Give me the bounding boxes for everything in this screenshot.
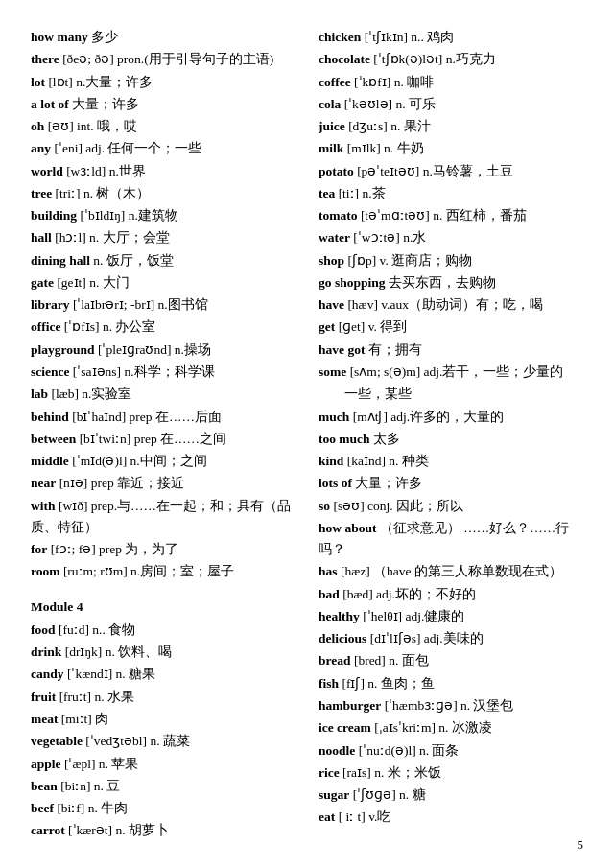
- entry-word: bad: [319, 587, 340, 601]
- entry-word: rice: [319, 765, 340, 780]
- vocabulary-entry: rice [raɪs] n. 米；米饭: [319, 762, 583, 784]
- entry-definition: [ˈeni] adj. 任何一个；一些: [51, 141, 201, 155]
- entry-definition: [nɪə] prep 靠近；接近: [56, 476, 184, 490]
- entry-definition: [dɪˈlɪʃəs] adj.美味的: [366, 631, 483, 645]
- vocabulary-entry: with [wɪð] prep.与……在一起；和；具有（品质、特征）: [31, 496, 295, 539]
- entry-definition: [dʒuːs] n. 果汁: [345, 119, 431, 133]
- entry-word: tomato: [319, 208, 358, 223]
- entry-definition: [bɪˈtwiːn] prep 在……之间: [76, 432, 226, 446]
- entry-definition: [bred] n. 面包: [351, 653, 429, 668]
- vocabulary-entry: fish [fɪʃ] n. 鱼肉；鱼: [319, 673, 583, 694]
- vocabulary-entry: drink [drɪŋk] n. 饮料、喝: [31, 642, 295, 663]
- entry-definition: [fuːd] n.. 食物: [56, 622, 136, 637]
- vocabulary-entry: chicken [ˈtʃɪkɪn] n.. 鸡肉: [319, 27, 583, 48]
- entry-definition: [biːf] n. 牛肉: [54, 801, 128, 815]
- entry-definition: [hæz] （have 的第三人称单数现在式）: [338, 564, 562, 578]
- entry-definition: [ iː t] v.吃: [335, 809, 390, 824]
- entry-definition: [geɪt] n. 大门: [54, 275, 130, 290]
- vocabulary-entry: hamburger [ˈhæmbɜːɡə] n. 汉堡包: [319, 695, 583, 716]
- vocabulary-entry: room [ruːm; rʊm] n.房间；室；屋子: [31, 561, 295, 582]
- vocabulary-entry: meat [miːt] 肉: [31, 709, 295, 730]
- entry-definition: [lɒt] n.大量；许多: [45, 75, 153, 89]
- entry-definition: [ˈwɔːtə] n.水: [350, 230, 426, 245]
- entry-definition: [fɪʃ] n. 鱼肉；鱼: [339, 676, 435, 691]
- vocabulary-entry: milk [mɪlk] n. 牛奶: [319, 138, 583, 159]
- entry-definition: [wɜːld] n.世界: [63, 164, 146, 178]
- module-heading: Module 4: [31, 597, 295, 618]
- entry-definition: [mɪlk] n. 牛奶: [343, 141, 423, 155]
- vocabulary-entry: bad [bæd] adj.坏的；不好的: [319, 584, 583, 605]
- entry-word: eat: [319, 809, 335, 824]
- entry-definition: [ˈtʃɒk(ə)lət] n.巧克力: [370, 52, 496, 66]
- entry-definition: [ˌaɪsˈkriːm] n. 冰激凌: [371, 720, 492, 735]
- entry-definition: [pəˈteɪtəʊ] n.马铃薯，土豆: [354, 164, 513, 178]
- entry-word: vegetable: [31, 734, 83, 748]
- entry-word: too much: [319, 432, 370, 446]
- entry-word: tree: [31, 186, 52, 200]
- entry-word: playground: [31, 342, 95, 357]
- entry-word: carrot: [31, 823, 65, 837]
- entry-definition: 大量；许多: [69, 97, 139, 111]
- entry-word: water: [319, 230, 350, 245]
- vocabulary-entry: hall [hɔːl] n. 大厅；会堂: [31, 227, 295, 248]
- entry-word: lot: [31, 75, 45, 89]
- entry-word: office: [31, 319, 60, 334]
- entry-word: drink: [31, 645, 61, 659]
- vocabulary-entry: shop [ʃɒp] v. 逛商店；购物: [319, 250, 583, 271]
- entry-word: sugar: [319, 787, 349, 802]
- entry-definition: [triː] n. 树（木）: [52, 186, 150, 200]
- entry-word: how many: [31, 30, 88, 44]
- entry-definition: [ˈtʃɪkɪn] n.. 鸡肉: [361, 30, 454, 44]
- vocabulary-entry: bread [bred] n. 面包: [319, 650, 583, 671]
- entry-definition: [ˈkəʊlə] n. 可乐: [341, 97, 436, 111]
- vocabulary-entry: lot [lɒt] n.大量；许多: [31, 72, 295, 93]
- entry-word: healthy: [319, 609, 360, 623]
- vocabulary-entry: candy [ˈkændɪ] n. 糖果: [31, 664, 295, 685]
- vocabulary-entry: behind [bɪˈhaɪnd] prep 在……后面: [31, 407, 295, 428]
- entry-word: how about: [319, 521, 376, 535]
- entry-word: chicken: [319, 30, 361, 44]
- entry-definition: [læb] n.实验室: [48, 387, 131, 401]
- centered-text: 一些，某些: [319, 384, 583, 405]
- vocabulary-entry: oh [əʊ] int. 哦，哎: [31, 116, 295, 137]
- entry-definition: [ˈkærət] n. 胡萝卜: [65, 823, 169, 837]
- entry-definition: [drɪŋk] n. 饮料、喝: [61, 645, 172, 659]
- entry-word: between: [31, 432, 76, 446]
- entry-definition: 有；拥有: [365, 342, 421, 357]
- vocabulary-entry: have [hæv] v.aux（助动词）有；吃，喝: [319, 294, 583, 316]
- entry-definition: [ʃɒp] v. 逛商店；购物: [344, 253, 472, 268]
- entry-word: with: [31, 499, 56, 513]
- vocabulary-entry: carrot [ˈkærət] n. 胡萝卜: [31, 820, 295, 841]
- vocabulary-entry: water [ˈwɔːtə] n.水: [319, 227, 583, 248]
- vocabulary-entry: any [ˈeni] adj. 任何一个；一些: [31, 138, 295, 159]
- entry-word: lab: [31, 387, 48, 401]
- entry-word: fish: [319, 676, 339, 691]
- entry-word: building: [31, 208, 77, 223]
- entry-word: bean: [31, 779, 58, 793]
- entry-word: gate: [31, 275, 54, 290]
- entry-definition: [wɪð] prep.与……在一起；和；具有（品质、特征）: [31, 499, 291, 534]
- entry-definition: [hæv] v.aux（助动词）有；吃，喝: [344, 297, 543, 312]
- vocabulary-entry: world [wɜːld] n.世界: [31, 161, 295, 182]
- entry-definition: [hɔːl] n. 大厅；会堂: [52, 230, 170, 245]
- entry-word: delicious: [319, 631, 366, 645]
- entry-word: world: [31, 164, 63, 178]
- entry-word: bread: [319, 653, 351, 668]
- entry-definition: [ˈhelθɪ] adj.健康的: [360, 609, 465, 623]
- entry-word: ice cream: [319, 720, 371, 735]
- entry-definition: 去买东西，去购物: [385, 275, 495, 290]
- entry-word: food: [31, 622, 56, 637]
- entry-word: get: [319, 319, 335, 334]
- vocabulary-entry: ice cream [ˌaɪsˈkriːm] n. 冰激凌: [319, 717, 583, 739]
- entry-word: so: [319, 499, 330, 513]
- entry-definition: [ˈæpl] n. 苹果: [61, 757, 139, 771]
- entry-word: behind: [31, 410, 69, 424]
- entry-word: dining hall: [31, 253, 90, 268]
- vocabulary-entry: near [nɪə] prep 靠近；接近: [31, 473, 295, 494]
- vocabulary-entry: gate [geɪt] n. 大门: [31, 272, 295, 293]
- vocabulary-entry: delicious [dɪˈlɪʃəs] adj.美味的: [319, 628, 583, 649]
- entry-word: cola: [319, 97, 341, 111]
- entry-word: go shopping: [319, 275, 385, 290]
- vocabulary-entry: chocolate [ˈtʃɒk(ə)lət] n.巧克力: [319, 49, 583, 70]
- entry-word: shop: [319, 253, 344, 268]
